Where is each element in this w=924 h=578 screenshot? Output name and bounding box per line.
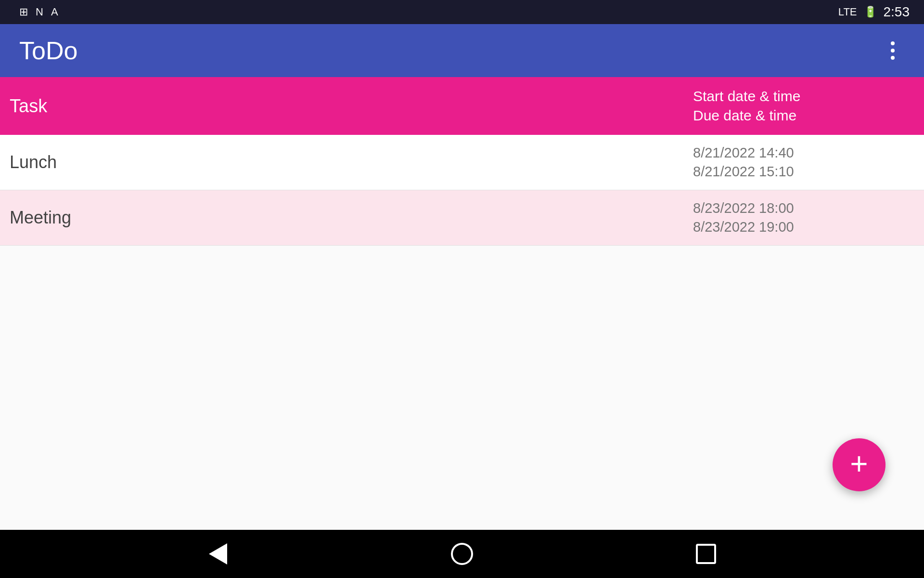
notification-icon-1: ⊞ xyxy=(19,6,28,18)
task-start-date: 8/23/2022 18:00 xyxy=(693,200,794,216)
battery-icon: 🔋 xyxy=(864,6,877,18)
table-header: Task Start date & time Due date & time xyxy=(0,77,924,135)
task-due-date: 8/21/2022 15:10 xyxy=(693,164,794,180)
back-icon xyxy=(209,543,227,565)
task-dates: 8/23/2022 18:00 8/23/2022 19:00 xyxy=(693,200,914,235)
more-vert-icon[interactable] xyxy=(881,41,905,60)
table-row[interactable]: Lunch 8/21/2022 14:40 8/21/2022 15:10 xyxy=(0,135,924,190)
back-button[interactable] xyxy=(199,535,237,573)
lte-icon: LTE xyxy=(838,6,857,18)
more-dot-3 xyxy=(891,56,895,60)
task-name: Meeting xyxy=(10,208,693,228)
home-icon xyxy=(451,543,473,565)
dates-column-header: Start date & time Due date & time xyxy=(693,88,914,124)
nav-bar xyxy=(0,530,924,578)
notification-icon-3: A xyxy=(51,6,58,18)
status-left-icons: ⊞ N A xyxy=(14,6,58,18)
app-title: ToDo xyxy=(19,36,77,65)
notification-icon-2: N xyxy=(36,6,43,18)
task-name: Lunch xyxy=(10,152,693,172)
add-icon: + xyxy=(850,448,868,479)
task-due-date: 8/23/2022 19:00 xyxy=(693,219,794,235)
status-time: 2:53 xyxy=(884,4,910,20)
task-start-date: 8/21/2022 14:40 xyxy=(693,145,794,161)
status-bar: ⊞ N A LTE 🔋 2:53 xyxy=(0,0,924,24)
table-row[interactable]: Meeting 8/23/2022 18:00 8/23/2022 19:00 xyxy=(0,190,924,246)
task-column-header: Task xyxy=(10,96,693,117)
due-date-header: Due date & time xyxy=(693,107,796,124)
app-bar: ToDo xyxy=(0,24,924,77)
start-date-header: Start date & time xyxy=(693,88,800,105)
recent-button[interactable] xyxy=(687,535,725,573)
recent-icon xyxy=(696,544,716,564)
empty-area: + xyxy=(0,246,924,530)
more-dot-1 xyxy=(891,41,895,45)
task-list: Lunch 8/21/2022 14:40 8/21/2022 15:10 Me… xyxy=(0,135,924,530)
home-button[interactable] xyxy=(443,535,481,573)
status-right-icons: LTE 🔋 2:53 xyxy=(838,4,910,20)
more-dot-2 xyxy=(891,49,895,53)
add-task-button[interactable]: + xyxy=(833,438,886,491)
task-dates: 8/21/2022 14:40 8/21/2022 15:10 xyxy=(693,145,914,180)
